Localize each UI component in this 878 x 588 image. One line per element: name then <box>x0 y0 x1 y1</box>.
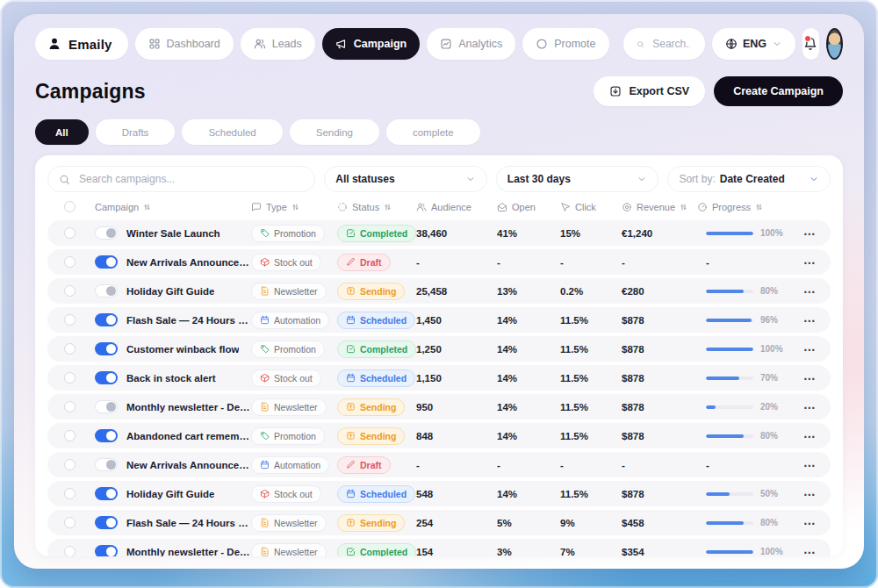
campaign-enabled-toggle[interactable] <box>95 284 118 298</box>
campaign-enabled-toggle[interactable] <box>95 487 118 500</box>
mail-open-icon <box>497 202 507 212</box>
tab-drafts[interactable]: Drafts <box>96 119 176 145</box>
click-rate: 0.2% <box>560 286 622 297</box>
progress-cell: 100% <box>697 344 783 354</box>
row-menu-button[interactable]: ⋯ <box>803 548 817 556</box>
export-csv-button[interactable]: Export CSV <box>594 76 705 106</box>
column-header-type[interactable]: Type <box>251 202 337 212</box>
campaign-search-input[interactable] <box>77 172 304 186</box>
table-row[interactable]: Monthly newsletter - Decem...NewsletterS… <box>47 394 831 419</box>
tab-sending[interactable]: Sending <box>290 119 379 145</box>
row-select-radio[interactable] <box>64 343 76 355</box>
campaign-enabled-toggle[interactable] <box>95 371 118 384</box>
send-icon <box>346 431 356 441</box>
select-all-radio[interactable] <box>64 201 76 212</box>
click-rate: 11.5% <box>560 344 622 355</box>
notifications-button[interactable] <box>802 28 819 60</box>
row-select-radio[interactable] <box>64 430 76 441</box>
column-header-progress[interactable]: Progress <box>697 202 783 212</box>
nav-item-label: Leads <box>272 38 302 50</box>
progress-empty: - <box>706 257 709 268</box>
row-select-radio[interactable] <box>64 517 76 528</box>
tab-all[interactable]: All <box>35 119 89 145</box>
row-menu-button[interactable]: ⋯ <box>803 345 817 354</box>
nav-item-analytics[interactable]: Analytics <box>427 28 515 60</box>
table-row[interactable]: New Arrivals AnnouncementStock outDraft-… <box>47 249 831 275</box>
table-row[interactable]: Back in stock alertStock outScheduled1,1… <box>47 365 831 391</box>
row-select-radio[interactable] <box>64 285 76 297</box>
row-menu-button[interactable]: ⋯ <box>803 519 817 527</box>
row-menu-button[interactable]: ⋯ <box>803 229 817 238</box>
table-row[interactable]: Flash Sale — 24 Hours OnlyAutomationSche… <box>47 307 831 333</box>
campaign-enabled-toggle[interactable] <box>95 255 118 269</box>
column-header-revenue[interactable]: Revenue <box>622 202 697 212</box>
table-row[interactable]: Winter Sale LaunchPromotionCompleted38,4… <box>47 220 831 246</box>
language-selector[interactable]: ENG <box>712 28 795 60</box>
campaign-enabled-toggle[interactable] <box>95 516 118 529</box>
row-select-radio[interactable] <box>64 314 76 326</box>
table-row[interactable]: New Arrivals AnnouncementAutomationDraft… <box>47 452 831 477</box>
sort-select[interactable]: Sort by: Date Created <box>667 166 831 192</box>
row-menu-button[interactable]: ⋯ <box>803 287 817 296</box>
progress-percent: 96% <box>760 315 778 325</box>
campaign-enabled-toggle[interactable] <box>95 226 118 240</box>
row-select-radio[interactable] <box>64 546 76 556</box>
table-row[interactable]: Abandoned cart rememberPromotionSending8… <box>47 423 831 448</box>
check-square-icon <box>346 547 356 556</box>
chart-icon <box>440 38 452 50</box>
row-menu-button[interactable]: ⋯ <box>803 461 817 470</box>
tab-scheduled[interactable]: Scheduled <box>182 119 282 145</box>
progress-cell: 80% <box>697 286 783 296</box>
row-select-radio[interactable] <box>64 459 76 470</box>
column-header-status[interactable]: Status <box>337 202 416 212</box>
campaign-search[interactable] <box>47 166 315 192</box>
status-label: Completed <box>360 547 407 557</box>
filter-tabs: AllDraftsScheduledSendingcomplete <box>35 119 843 145</box>
row-menu-button[interactable]: ⋯ <box>803 258 817 267</box>
row-menu-button[interactable]: ⋯ <box>803 316 817 325</box>
progress-bar <box>706 376 753 380</box>
row-menu-button[interactable]: ⋯ <box>803 432 817 441</box>
progress-cell: 100% <box>697 547 783 556</box>
table-row[interactable]: Holiday Gift GuideStock outScheduled5481… <box>47 481 831 506</box>
campaign-enabled-toggle[interactable] <box>95 458 118 471</box>
table-row[interactable]: Flash Sale — 24 Hours OnlyNewsletterSend… <box>47 510 831 535</box>
campaign-enabled-toggle[interactable] <box>95 342 118 355</box>
campaign-enabled-toggle[interactable] <box>95 400 118 413</box>
nav-item-leads[interactable]: Leads <box>241 28 315 60</box>
table-row[interactable]: Holiday Gift GuideNewsletterSending25,45… <box>47 278 831 304</box>
row-select-radio[interactable] <box>64 227 76 239</box>
tab-complete[interactable]: complete <box>386 119 480 145</box>
column-header-campaign[interactable]: Campaign <box>88 202 251 212</box>
table-row[interactable]: Monthly newsletter - Decem...NewsletterC… <box>47 539 831 556</box>
row-menu-button[interactable]: ⋯ <box>803 490 817 498</box>
user-avatar[interactable] <box>826 28 843 60</box>
campaign-enabled-toggle[interactable] <box>95 545 118 556</box>
brand-logo[interactable]: Emaily <box>35 28 128 60</box>
date-range-select[interactable]: Last 30 days <box>496 166 659 192</box>
row-select-radio[interactable] <box>64 372 76 384</box>
global-search[interactable] <box>623 28 705 60</box>
table-row[interactable]: Customer winback flowPromotionCompleted1… <box>47 336 831 362</box>
row-menu-button[interactable]: ⋯ <box>803 403 817 412</box>
nav-item-dashboard[interactable]: Dashboard <box>135 28 234 60</box>
global-search-input[interactable] <box>651 37 692 51</box>
revenue-value: $878 <box>622 344 697 355</box>
row-select-radio[interactable] <box>64 488 76 499</box>
nav-item-promote[interactable]: Promote <box>522 28 608 60</box>
cursor-icon <box>560 202 571 212</box>
users-icon <box>254 38 266 50</box>
row-select-radio[interactable] <box>64 256 76 268</box>
nav-item-campaign[interactable]: Campaign <box>322 28 420 60</box>
row-select-radio[interactable] <box>64 401 76 412</box>
type-badge: Newsletter <box>251 283 327 300</box>
status-badge: Completed <box>337 341 416 358</box>
row-menu-button[interactable]: ⋯ <box>803 374 817 383</box>
type-badge: Newsletter <box>251 543 327 557</box>
campaign-enabled-toggle[interactable] <box>95 313 118 326</box>
click-rate: 7% <box>560 547 622 557</box>
create-campaign-button[interactable]: Create Campaign <box>714 76 843 106</box>
type-label: Stock out <box>274 489 313 499</box>
status-filter-select[interactable]: All statuses <box>324 166 487 192</box>
campaign-enabled-toggle[interactable] <box>95 429 118 442</box>
